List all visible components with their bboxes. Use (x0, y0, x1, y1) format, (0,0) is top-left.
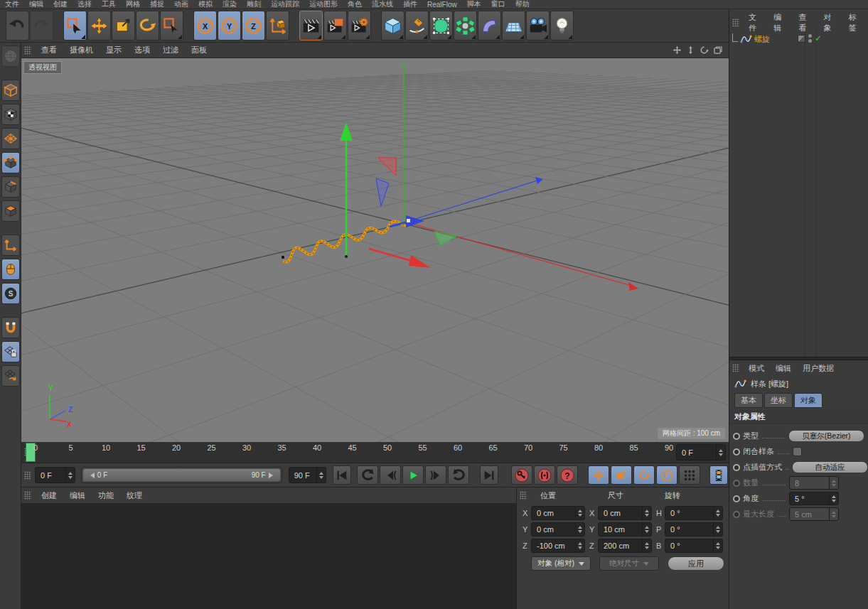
add-spline-pen-button[interactable] (405, 11, 429, 41)
model-mode-button[interactable] (1, 80, 20, 101)
menu-item[interactable]: RealFlow (422, 1, 462, 9)
menu-item[interactable]: 网格 (121, 0, 145, 9)
autokey-button[interactable] (534, 465, 555, 485)
coordinate-system-button[interactable] (266, 11, 289, 41)
current-frame-spinner[interactable]: 0 F (35, 467, 75, 483)
material-menu-create[interactable]: 创建 (35, 490, 63, 501)
position-stepper[interactable] (575, 507, 584, 519)
menu-item[interactable]: 雕刻 (242, 0, 266, 9)
menu-item[interactable]: 编辑 (24, 0, 48, 9)
viewport-canvas[interactable]: Y Z X (21, 58, 729, 442)
size-stepper[interactable] (642, 523, 651, 536)
menu-item[interactable]: 运动图形 (304, 0, 343, 9)
type-dropdown[interactable]: 贝塞尔(Bezier) (788, 430, 864, 442)
apply-button[interactable]: 应用 (668, 556, 724, 571)
angle-input[interactable]: 5 ° (789, 492, 839, 505)
key-scale-toggle[interactable] (611, 465, 632, 485)
end-frame-stepper[interactable] (316, 468, 326, 483)
rotation-input[interactable]: 0 ° (665, 506, 723, 520)
move-tool-button[interactable] (87, 11, 111, 41)
edges-mode-button[interactable] (1, 176, 20, 198)
lock-x-axis-button[interactable]: X (193, 11, 217, 41)
panel-grip[interactable] (732, 364, 739, 372)
viewport-menu-panel[interactable]: 面板 (185, 45, 213, 55)
panel-grip[interactable] (24, 46, 31, 55)
om-menu-view[interactable]: 查看 (793, 12, 818, 33)
rotate-tool-button[interactable] (136, 11, 159, 41)
key-position-toggle[interactable] (588, 465, 609, 485)
am-menu-mode[interactable]: 模式 (743, 363, 770, 374)
magnet-snap-button[interactable] (1, 317, 20, 338)
deformer-bend-button[interactable] (478, 11, 501, 41)
workplane-mode-button[interactable] (1, 128, 20, 149)
max-length-stepper[interactable] (829, 508, 838, 520)
position-input[interactable]: 0 cm (531, 506, 585, 520)
menu-item[interactable]: 创建 (48, 0, 73, 9)
range-end-arrow-icon[interactable] (269, 473, 276, 478)
menu-item[interactable]: 角色 (343, 0, 367, 9)
frame-field[interactable]: 0 F (676, 444, 726, 460)
material-menu-edit[interactable]: 编辑 (63, 490, 92, 501)
current-frame-value[interactable]: 0 F (36, 471, 65, 480)
enable-axis-button[interactable] (1, 235, 20, 256)
range-start[interactable]: 0 F (87, 471, 107, 479)
keyframe-radio[interactable] (733, 448, 740, 456)
next-frame-button[interactable] (425, 465, 446, 485)
light-button[interactable] (550, 11, 574, 41)
viewport-menu-display[interactable]: 显示 (100, 45, 128, 55)
viewport-pan-icon[interactable] (672, 45, 682, 55)
spline-start-point[interactable] (282, 256, 284, 259)
object-properties-section[interactable]: 对象属性 (729, 410, 868, 424)
coordinate-mode-dropdown[interactable]: 对象 (相对) (531, 556, 591, 571)
max-length-input[interactable]: 5 cm (789, 507, 839, 521)
previous-key-button[interactable] (357, 465, 378, 485)
menu-item[interactable]: 选择 (73, 0, 97, 9)
render-view-button[interactable] (299, 11, 323, 41)
perspective-viewport[interactable]: 透视视图 网格间距 : 100 cm (21, 58, 729, 442)
frame-field-stepper[interactable] (716, 445, 725, 460)
undo-button[interactable] (6, 11, 29, 41)
om-menu-edit[interactable]: 编辑 (768, 12, 793, 33)
panel-grip[interactable] (24, 491, 31, 500)
size-input[interactable]: 10 cm (598, 522, 652, 537)
object-tree[interactable]: 螺旋 ✓ (729, 31, 868, 357)
keyframe-radio[interactable] (733, 495, 740, 502)
menu-item[interactable]: 脚本 (462, 0, 486, 9)
om-menu-file[interactable]: 文件 (743, 12, 768, 33)
render-region-button[interactable] (323, 11, 347, 41)
tab-basic[interactable]: 基本 (734, 393, 763, 408)
rotation-input[interactable]: 0 ° (665, 539, 723, 553)
rotation-input[interactable]: 0 ° (665, 522, 723, 537)
om-menu-tags[interactable]: 标签 (843, 12, 868, 33)
menu-item[interactable]: 模拟 (193, 0, 218, 9)
editor-visibility-dot[interactable] (808, 34, 812, 38)
snap-settings-button[interactable]: S (1, 283, 20, 304)
scale-tool-button[interactable] (112, 11, 135, 41)
menu-item[interactable]: 流水线 (367, 0, 398, 9)
number-stepper[interactable] (829, 477, 838, 489)
keyframe-radio[interactable] (733, 480, 740, 487)
timeline-range-slider[interactable]: 0 F 90 F (81, 467, 282, 483)
key-pla-toggle[interactable] (679, 465, 700, 485)
record-keyframe-button[interactable] (511, 465, 532, 485)
viewport-zoom-icon[interactable] (685, 45, 696, 55)
keying-help-button[interactable]: ? (557, 465, 578, 485)
om-menu-objects[interactable]: 对象 (818, 12, 843, 33)
position-input[interactable]: -100 cm (531, 539, 585, 553)
size-input[interactable]: 0 cm (598, 506, 652, 520)
timeline-ruler[interactable]: 051015202530354045505560657075808590 0 F (21, 442, 729, 463)
menu-item[interactable]: 文件 (0, 0, 24, 9)
menu-item[interactable]: 工具 (97, 0, 121, 9)
viewport-maximize-icon[interactable] (712, 45, 723, 55)
angle-stepper[interactable] (829, 492, 838, 505)
viewport-menu-view[interactable]: 查看 (35, 45, 63, 55)
size-mode-dropdown[interactable]: 绝对尺寸 (599, 556, 659, 571)
end-frame-value[interactable]: 90 F (289, 471, 316, 480)
points-mode-button[interactable] (1, 152, 20, 173)
visibility-dots[interactable] (808, 34, 812, 43)
workplane-lock-button[interactable] (1, 341, 20, 362)
viewport-menu-camera[interactable]: 摄像机 (63, 45, 100, 55)
make-editable-button[interactable] (1, 45, 20, 67)
menu-item[interactable]: 渲染 (218, 0, 242, 9)
panel-grip[interactable] (520, 491, 527, 500)
